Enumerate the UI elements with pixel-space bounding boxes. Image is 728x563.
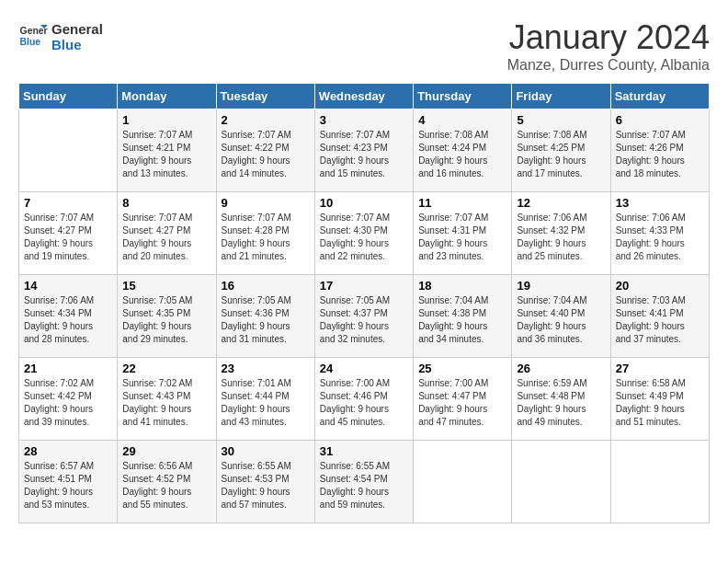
- day-number: 18: [418, 279, 506, 293]
- day-number: 28: [24, 444, 112, 458]
- day-info: Sunrise: 7:00 AM Sunset: 4:46 PM Dayligh…: [320, 377, 408, 429]
- day-info: Sunrise: 6:56 AM Sunset: 4:52 PM Dayligh…: [122, 460, 210, 511]
- day-cell: 28Sunrise: 6:57 AM Sunset: 4:51 PM Dayli…: [19, 441, 118, 523]
- month-title: January 2024: [507, 18, 710, 57]
- day-number: 10: [320, 196, 408, 210]
- day-info: Sunrise: 7:05 AM Sunset: 4:37 PM Dayligh…: [320, 294, 408, 346]
- day-number: 20: [616, 279, 704, 293]
- week-row-5: 28Sunrise: 6:57 AM Sunset: 4:51 PM Dayli…: [19, 441, 710, 523]
- day-info: Sunrise: 7:02 AM Sunset: 4:42 PM Dayligh…: [24, 377, 112, 429]
- day-info: Sunrise: 7:07 AM Sunset: 4:31 PM Dayligh…: [418, 212, 506, 263]
- week-row-2: 7Sunrise: 7:07 AM Sunset: 4:27 PM Daylig…: [19, 192, 710, 275]
- day-number: 12: [517, 196, 605, 210]
- calendar-table: SundayMondayTuesdayWednesdayThursdayFrid…: [18, 83, 710, 523]
- day-cell: 22Sunrise: 7:02 AM Sunset: 4:43 PM Dayli…: [118, 358, 216, 441]
- day-info: Sunrise: 6:59 AM Sunset: 4:48 PM Dayligh…: [517, 377, 605, 429]
- day-cell: 31Sunrise: 6:55 AM Sunset: 4:54 PM Dayli…: [314, 441, 413, 523]
- day-number: 27: [616, 362, 704, 375]
- day-info: Sunrise: 7:07 AM Sunset: 4:23 PM Dayligh…: [320, 129, 408, 180]
- day-cell: 19Sunrise: 7:04 AM Sunset: 4:40 PM Dayli…: [512, 275, 610, 358]
- day-cell: [610, 441, 709, 523]
- day-cell: 25Sunrise: 7:00 AM Sunset: 4:47 PM Dayli…: [414, 358, 512, 441]
- day-info: Sunrise: 7:07 AM Sunset: 4:28 PM Dayligh…: [222, 212, 310, 263]
- day-cell: 2Sunrise: 7:07 AM Sunset: 4:22 PM Daylig…: [216, 109, 314, 192]
- day-number: 7: [24, 196, 112, 210]
- day-info: Sunrise: 7:06 AM Sunset: 4:34 PM Dayligh…: [24, 294, 112, 346]
- day-info: Sunrise: 7:03 AM Sunset: 4:41 PM Dayligh…: [616, 294, 704, 346]
- day-cell: 5Sunrise: 7:08 AM Sunset: 4:25 PM Daylig…: [512, 109, 610, 192]
- day-info: Sunrise: 7:07 AM Sunset: 4:30 PM Dayligh…: [320, 212, 408, 263]
- day-info: Sunrise: 7:08 AM Sunset: 4:25 PM Dayligh…: [517, 129, 605, 180]
- day-info: Sunrise: 7:04 AM Sunset: 4:38 PM Dayligh…: [418, 294, 506, 346]
- day-cell: 17Sunrise: 7:05 AM Sunset: 4:37 PM Dayli…: [314, 275, 413, 358]
- day-number: 13: [616, 196, 704, 210]
- day-cell: 4Sunrise: 7:08 AM Sunset: 4:24 PM Daylig…: [414, 109, 512, 192]
- day-header-tuesday: Tuesday: [216, 84, 314, 109]
- day-info: Sunrise: 7:04 AM Sunset: 4:40 PM Dayligh…: [517, 294, 605, 346]
- day-cell: 15Sunrise: 7:05 AM Sunset: 4:35 PM Dayli…: [118, 275, 216, 358]
- day-number: 11: [418, 196, 506, 210]
- day-header-friday: Friday: [512, 84, 610, 109]
- day-info: Sunrise: 6:55 AM Sunset: 4:54 PM Dayligh…: [320, 460, 408, 511]
- day-number: 23: [222, 362, 310, 375]
- day-number: 30: [222, 444, 310, 458]
- day-number: 21: [24, 362, 112, 375]
- day-number: 25: [418, 362, 506, 375]
- header-row: SundayMondayTuesdayWednesdayThursdayFrid…: [19, 84, 710, 109]
- day-cell: 23Sunrise: 7:01 AM Sunset: 4:44 PM Dayli…: [216, 358, 314, 441]
- day-header-monday: Monday: [118, 84, 216, 109]
- week-row-3: 14Sunrise: 7:06 AM Sunset: 4:34 PM Dayli…: [19, 275, 710, 358]
- day-cell: 8Sunrise: 7:07 AM Sunset: 4:27 PM Daylig…: [118, 192, 216, 275]
- day-number: 17: [320, 279, 408, 293]
- day-cell: 16Sunrise: 7:05 AM Sunset: 4:36 PM Dayli…: [216, 275, 314, 358]
- day-number: 6: [616, 113, 704, 127]
- day-cell: 1Sunrise: 7:07 AM Sunset: 4:21 PM Daylig…: [118, 109, 216, 192]
- day-cell: 11Sunrise: 7:07 AM Sunset: 4:31 PM Dayli…: [414, 192, 512, 275]
- day-cell: 9Sunrise: 7:07 AM Sunset: 4:28 PM Daylig…: [216, 192, 314, 275]
- day-info: Sunrise: 7:07 AM Sunset: 4:26 PM Dayligh…: [616, 129, 704, 180]
- day-cell: 29Sunrise: 6:56 AM Sunset: 4:52 PM Dayli…: [118, 441, 216, 523]
- day-info: Sunrise: 6:58 AM Sunset: 4:49 PM Dayligh…: [616, 377, 704, 429]
- day-cell: 20Sunrise: 7:03 AM Sunset: 4:41 PM Dayli…: [610, 275, 709, 358]
- title-block: January 2024 Manze, Durres County, Alban…: [507, 18, 710, 74]
- week-row-1: 1Sunrise: 7:07 AM Sunset: 4:21 PM Daylig…: [19, 109, 710, 192]
- day-info: Sunrise: 7:07 AM Sunset: 4:21 PM Dayligh…: [122, 129, 210, 180]
- day-info: Sunrise: 7:08 AM Sunset: 4:24 PM Dayligh…: [418, 129, 506, 180]
- day-number: 15: [122, 279, 210, 293]
- day-number: 1: [122, 113, 210, 127]
- day-cell: 27Sunrise: 6:58 AM Sunset: 4:49 PM Dayli…: [610, 358, 709, 441]
- page-header: General Blue General Blue January 2024 M…: [18, 18, 710, 74]
- day-info: Sunrise: 7:05 AM Sunset: 4:35 PM Dayligh…: [122, 294, 210, 346]
- day-number: 24: [320, 362, 408, 375]
- day-number: 19: [517, 279, 605, 293]
- day-cell: [414, 441, 512, 523]
- day-info: Sunrise: 6:57 AM Sunset: 4:51 PM Dayligh…: [24, 460, 112, 511]
- day-cell: 18Sunrise: 7:04 AM Sunset: 4:38 PM Dayli…: [414, 275, 512, 358]
- day-cell: 30Sunrise: 6:55 AM Sunset: 4:53 PM Dayli…: [216, 441, 314, 523]
- svg-text:Blue: Blue: [20, 36, 41, 46]
- day-cell: 12Sunrise: 7:06 AM Sunset: 4:32 PM Dayli…: [512, 192, 610, 275]
- subtitle: Manze, Durres County, Albania: [507, 57, 710, 74]
- day-cell: 13Sunrise: 7:06 AM Sunset: 4:33 PM Dayli…: [610, 192, 709, 275]
- day-header-thursday: Thursday: [414, 84, 512, 109]
- day-cell: 10Sunrise: 7:07 AM Sunset: 4:30 PM Dayli…: [314, 192, 413, 275]
- day-number: 22: [122, 362, 210, 375]
- day-number: 26: [517, 362, 605, 375]
- logo-line2: Blue: [51, 38, 103, 53]
- day-number: 16: [222, 279, 310, 293]
- logo-icon: General Blue: [18, 21, 48, 51]
- day-cell: 6Sunrise: 7:07 AM Sunset: 4:26 PM Daylig…: [610, 109, 709, 192]
- day-info: Sunrise: 7:06 AM Sunset: 4:32 PM Dayligh…: [517, 212, 605, 263]
- day-number: 3: [320, 113, 408, 127]
- day-cell: 24Sunrise: 7:00 AM Sunset: 4:46 PM Dayli…: [314, 358, 413, 441]
- day-info: Sunrise: 7:00 AM Sunset: 4:47 PM Dayligh…: [418, 377, 506, 429]
- day-info: Sunrise: 7:07 AM Sunset: 4:22 PM Dayligh…: [222, 129, 310, 180]
- day-info: Sunrise: 7:05 AM Sunset: 4:36 PM Dayligh…: [222, 294, 310, 346]
- day-number: 9: [222, 196, 310, 210]
- day-number: 8: [122, 196, 210, 210]
- day-cell: 21Sunrise: 7:02 AM Sunset: 4:42 PM Dayli…: [19, 358, 118, 441]
- week-row-4: 21Sunrise: 7:02 AM Sunset: 4:42 PM Dayli…: [19, 358, 710, 441]
- day-cell: 7Sunrise: 7:07 AM Sunset: 4:27 PM Daylig…: [19, 192, 118, 275]
- day-number: 14: [24, 279, 112, 293]
- day-info: Sunrise: 6:55 AM Sunset: 4:53 PM Dayligh…: [222, 460, 310, 511]
